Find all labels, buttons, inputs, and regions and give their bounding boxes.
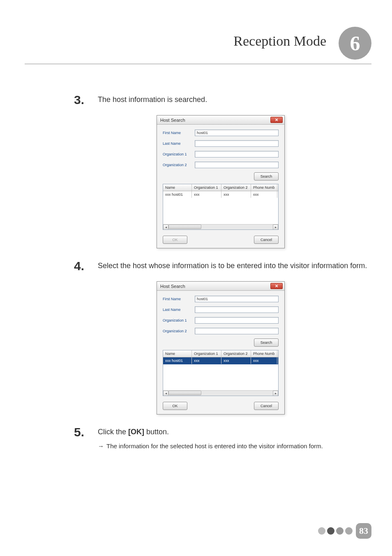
step-5: 5. Click the [OK] button. (74, 427, 367, 439)
host-search-dialog-selected: Host Search ✕ First Name host01 Last Nam… (157, 281, 285, 415)
close-icon[interactable]: ✕ (270, 117, 283, 123)
step-text: Select the host whose information is to … (98, 261, 367, 273)
org2-label: Organization 2 (163, 329, 195, 333)
org1-field[interactable] (195, 151, 279, 158)
first-name-label: First Name (163, 131, 195, 135)
horizontal-scrollbar[interactable]: ◂ ▸ (163, 390, 278, 396)
cell-phone: xxx (251, 357, 277, 364)
step-text: Click the [OK] button. (98, 427, 169, 439)
col-phone[interactable]: Phone Numb (251, 184, 277, 191)
scroll-right-icon[interactable]: ▸ (273, 225, 278, 230)
close-icon[interactable]: ✕ (270, 283, 283, 289)
scroll-left-icon[interactable]: ◂ (163, 225, 168, 230)
footer-dot-icon (318, 527, 325, 535)
step-number: 5. (74, 426, 98, 438)
col-phone[interactable]: Phone Numb (251, 350, 277, 357)
table-row[interactable]: xxx host01 xxx xxx xxx (163, 191, 278, 198)
last-name-label: Last Name (163, 141, 195, 146)
org1-field[interactable] (195, 317, 279, 324)
org1-label: Organization 1 (163, 318, 195, 322)
chapter-number-badge: 6 (339, 27, 371, 60)
substep-text: The information for the selected host is… (106, 442, 323, 451)
step-3: 3. The host information is searched. (74, 95, 367, 107)
horizontal-scrollbar[interactable]: ◂ ▸ (163, 224, 278, 229)
col-org2[interactable]: Organization 2 (221, 184, 251, 191)
cell-phone: xxx (251, 191, 277, 198)
footer-dot-icon (345, 527, 353, 535)
cell-org1: xxx (192, 191, 221, 198)
ok-button: OK (163, 236, 187, 244)
col-org2[interactable]: Organization 2 (221, 350, 251, 357)
step-number: 4. (74, 260, 98, 272)
ok-button[interactable]: OK (163, 402, 187, 410)
dialog-titlebar: Host Search ✕ (157, 282, 284, 291)
page-title: Reception Mode (233, 33, 326, 49)
host-search-dialog: Host Search ✕ First Name host01 Last Nam… (157, 115, 285, 248)
last-name-label: Last Name (163, 308, 195, 312)
page-number-badge: 83 (356, 523, 371, 539)
last-name-field[interactable] (195, 306, 279, 313)
first-name-label: First Name (163, 297, 195, 301)
org2-field[interactable] (195, 328, 279, 334)
dialog-title: Host Search (160, 284, 185, 289)
org2-field[interactable] (195, 162, 279, 168)
first-name-field[interactable]: host01 (195, 296, 279, 302)
cell-org2: xxx (221, 357, 251, 364)
last-name-field[interactable] (195, 140, 279, 147)
cell-name: xxx host01 (163, 357, 192, 364)
first-name-field[interactable]: host01 (195, 130, 279, 136)
results-table: Name Organization 1 Organization 2 Phone… (163, 350, 279, 396)
header-divider (25, 64, 371, 64)
col-org1[interactable]: Organization 1 (192, 184, 221, 191)
footer-dot-icon (327, 527, 334, 535)
cell-org2: xxx (221, 191, 251, 198)
results-table: Name Organization 1 Organization 2 Phone… (163, 184, 279, 230)
col-name[interactable]: Name (163, 184, 192, 191)
cell-org1: xxx (192, 357, 221, 364)
page-footer-decoration: 83 (318, 523, 371, 539)
search-button[interactable]: Search (254, 338, 279, 347)
org1-label: Organization 1 (163, 152, 195, 156)
col-org1[interactable]: Organization 1 (192, 350, 221, 357)
footer-dot-icon (336, 527, 344, 535)
dialog-title: Host Search (160, 118, 185, 123)
arrow-right-icon: → (98, 442, 104, 451)
step-text: The host information is searched. (98, 95, 207, 107)
cell-name: xxx host01 (163, 191, 192, 198)
table-row[interactable]: xxx host01 xxx xxx xxx (163, 357, 278, 364)
step-5-substep: → The information for the selected host … (98, 442, 367, 451)
org2-label: Organization 2 (163, 163, 195, 167)
search-button[interactable]: Search (254, 172, 279, 181)
step-number: 3. (74, 94, 98, 106)
cancel-button[interactable]: Cancel (254, 402, 279, 410)
col-name[interactable]: Name (163, 350, 192, 357)
scroll-left-icon[interactable]: ◂ (163, 391, 168, 396)
scroll-right-icon[interactable]: ▸ (273, 391, 278, 396)
cancel-button[interactable]: Cancel (254, 236, 279, 244)
scroll-thumb[interactable] (168, 225, 201, 229)
step-4: 4. Select the host whose information is … (74, 261, 367, 273)
scroll-thumb[interactable] (168, 391, 201, 395)
dialog-titlebar: Host Search ✕ (157, 116, 284, 125)
